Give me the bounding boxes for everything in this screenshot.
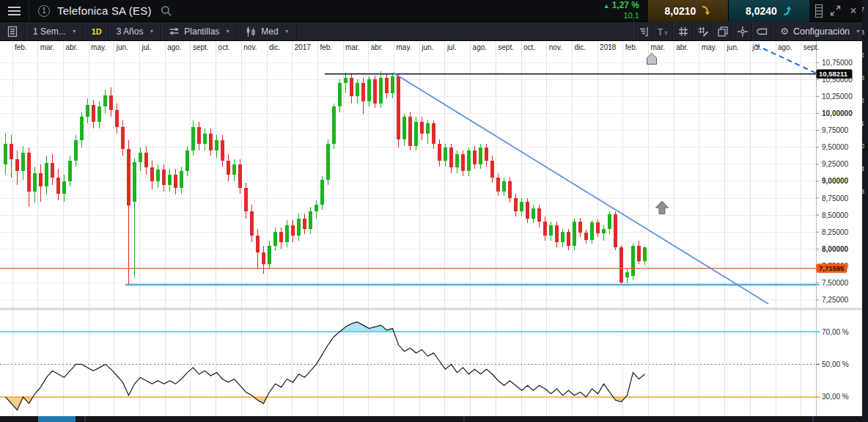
price-scale-tool[interactable] — [633, 22, 653, 40]
stacked-windows-icon — [717, 26, 729, 37]
text-tool-icon: T T — [657, 26, 670, 37]
menu-button[interactable] — [0, 0, 29, 21]
range-scrollbar-thumb[interactable] — [38, 416, 76, 422]
svg-text:mar.: mar. — [40, 43, 54, 51]
svg-text:50,00 %: 50,00 % — [822, 360, 849, 368]
svg-text:ago.: ago. — [473, 43, 487, 51]
svg-text:9,00000: 9,00000 — [822, 177, 849, 185]
top-bar-left: 1 Telefonica SA (ES) — [0, 0, 172, 21]
templates-dropdown[interactable]: Plantillas▼ — [161, 22, 238, 40]
svg-text:sept.: sept. — [498, 43, 514, 51]
change-percent: 1,27 % — [612, 0, 639, 10]
sell-button[interactable]: 8,0210 — [648, 0, 729, 22]
top-bar: 1 Telefonica SA (ES) ▲1,27 % 10,1 8,0210 — [0, 0, 868, 22]
expand-icon[interactable] — [825, 0, 845, 21]
chevron-down-icon: ▼ — [225, 29, 230, 34]
timeframe-1d-button[interactable]: 1D — [84, 22, 109, 40]
svg-text:sept.: sept. — [803, 43, 820, 51]
svg-text:nov.: nov. — [243, 43, 257, 51]
draw-grid-tool[interactable] — [693, 22, 713, 40]
indicators-dropdown[interactable]: Med▼ — [238, 22, 296, 40]
clipped-digit: 8 — [862, 188, 864, 195]
svg-text:feb.: feb. — [625, 43, 638, 51]
svg-text:8,00000: 8,00000 — [822, 245, 849, 253]
price-change: ▲1,27 % 10,1 — [603, 1, 639, 21]
top-bar-right: ▲1,27 % 10,1 8,0210 8,0240 — [603, 0, 868, 21]
clipped-digit: 2 — [862, 97, 864, 104]
period-dropdown[interactable]: 1 Sem...▼ — [26, 22, 84, 40]
svg-text:7,50000: 7,50000 — [822, 279, 849, 287]
instrument-title: Telefonica SA (ES) — [57, 4, 152, 17]
svg-text:9,75000: 9,75000 — [822, 126, 849, 134]
scrollbar-divider — [812, 416, 814, 422]
range-scrollbar[interactable] — [0, 416, 868, 422]
depth-ladder-icon[interactable] — [812, 0, 825, 21]
chart-background — [0, 41, 862, 416]
price-axis[interactable]: 7,250007,500007,750008,000008,250008,500… — [816, 41, 862, 416]
svg-text:nov.: nov. — [549, 43, 562, 51]
svg-text:30,00 %: 30,00 % — [822, 393, 849, 401]
grid-pencil-icon — [697, 26, 709, 37]
buy-price: 8,0240 — [746, 5, 777, 17]
chevron-down-icon: ▼ — [149, 29, 154, 34]
candles-icon — [245, 26, 257, 37]
chevron-down-icon: ▼ — [72, 29, 77, 34]
svg-text:8,75000: 8,75000 — [822, 194, 849, 203]
layouts-tool[interactable] — [713, 22, 732, 40]
chevron-down-icon: ▼ — [284, 29, 290, 34]
panel-divider[interactable] — [0, 308, 862, 310]
clipped-digit: 7 — [862, 6, 864, 13]
svg-text:10,25000: 10,25000 — [822, 92, 853, 101]
svg-text:may.: may. — [397, 43, 412, 51]
search-icon[interactable] — [161, 0, 172, 21]
toolbar-right: T T — [633, 22, 868, 40]
svg-text:dic.: dic. — [269, 43, 281, 51]
clipped-digit: 1 — [862, 120, 864, 127]
grid-icon — [677, 26, 689, 37]
chart-area[interactable]: 7,250007,500007,750008,000008,250008,500… — [0, 41, 868, 416]
range-dropdown[interactable]: 3 Años▼ — [109, 22, 162, 40]
close-icon[interactable]: × — [845, 0, 862, 21]
svg-text:feb.: feb. — [15, 43, 27, 51]
eraser-shape-icon — [756, 26, 768, 37]
svg-text:10,58211: 10,58211 — [819, 70, 848, 78]
workspace-badge[interactable]: 1 — [38, 5, 50, 17]
svg-text:T: T — [664, 29, 668, 36]
buy-button[interactable]: 8,0240 — [729, 0, 809, 22]
svg-text:T: T — [658, 26, 663, 37]
sliders-icon — [169, 26, 180, 37]
document-icon — [7, 26, 18, 37]
sell-price: 8,0210 — [665, 5, 696, 17]
svg-text:ago.: ago. — [778, 43, 792, 51]
chevron-down-icon: ▼ — [856, 29, 861, 34]
svg-text:9,50000: 9,50000 — [822, 143, 849, 151]
grid-tool[interactable] — [673, 22, 693, 40]
text-tool[interactable]: T T — [653, 22, 673, 40]
scrollbar-divider — [463, 416, 465, 422]
chart-canvas[interactable]: 7,250007,500007,750008,000008,250008,500… — [0, 41, 868, 416]
right-edge-panel: 732821048 — [862, 0, 868, 422]
svg-text:abr.: abr. — [371, 43, 383, 51]
eraser-tool[interactable] — [752, 22, 772, 40]
settings-dropdown[interactable]: ⚙ Configuración ▼ — [772, 22, 868, 40]
svg-text:9,25000: 9,25000 — [822, 160, 849, 168]
chart-type-button[interactable] — [0, 22, 26, 40]
svg-text:8,50000: 8,50000 — [822, 211, 849, 219]
clipped-digit: 3 — [862, 29, 864, 36]
svg-text:mar.: mar. — [345, 43, 359, 51]
svg-text:mar.: mar. — [651, 43, 665, 51]
svg-text:jul.: jul. — [446, 43, 457, 51]
svg-text:jul.: jul. — [141, 43, 152, 51]
svg-text:jul.: jul. — [751, 43, 762, 51]
price-scale-icon — [638, 26, 650, 37]
sell-arrow-down-icon — [701, 5, 711, 16]
crosshair-tool[interactable] — [732, 22, 752, 40]
svg-text:2018: 2018 — [600, 43, 617, 51]
trading-app-window: 1 Telefonica SA (ES) ▲1,27 % 10,1 8,0210 — [0, 0, 868, 422]
svg-text:may.: may. — [702, 43, 717, 51]
svg-text:7,25000: 7,25000 — [822, 296, 849, 304]
crosshair-icon — [737, 26, 749, 37]
svg-text:2017: 2017 — [295, 43, 312, 51]
svg-text:8,25000: 8,25000 — [822, 228, 849, 236]
svg-text:sept.: sept. — [193, 43, 209, 51]
